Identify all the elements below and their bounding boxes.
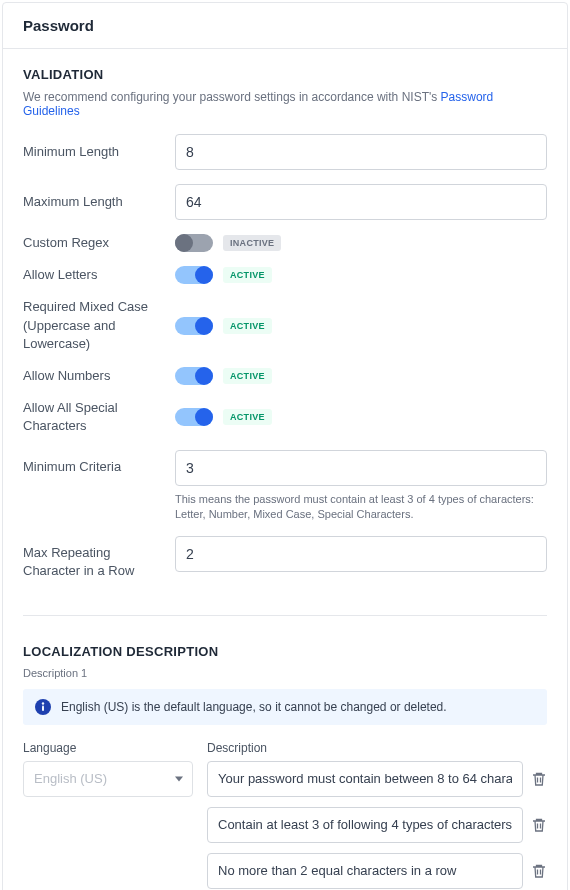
description-item bbox=[207, 761, 547, 797]
min-length-row: Minimum Length bbox=[23, 134, 547, 170]
page-title: Password bbox=[23, 17, 547, 34]
svg-point-1 bbox=[42, 702, 44, 704]
validation-hint: We recommend configuring your password s… bbox=[23, 90, 547, 118]
language-select[interactable]: English (US) bbox=[23, 761, 193, 797]
min-length-input[interactable] bbox=[175, 134, 547, 170]
localization-grid: Language English (US) Description bbox=[23, 741, 547, 890]
max-repeat-label: Max Repeating Character in a Row bbox=[23, 536, 175, 580]
info-icon bbox=[35, 699, 51, 715]
allow-special-label: Allow All Special Characters bbox=[23, 399, 175, 435]
mixed-case-label: Required Mixed Case (Uppercase and Lower… bbox=[23, 298, 175, 353]
allow-numbers-row: Allow Numbers ACTIVE bbox=[23, 367, 547, 385]
custom-regex-label: Custom Regex bbox=[23, 234, 175, 252]
max-length-row: Maximum Length bbox=[23, 184, 547, 220]
localization-section: LOCALIZATION DESCRIPTION Description 1 E… bbox=[3, 626, 567, 890]
min-criteria-hint: This means the password must contain at … bbox=[175, 492, 547, 523]
allow-letters-toggle[interactable] bbox=[175, 266, 213, 284]
description-input-3[interactable] bbox=[207, 853, 523, 889]
allow-letters-badge: ACTIVE bbox=[223, 267, 272, 283]
allow-letters-row: Allow Letters ACTIVE bbox=[23, 266, 547, 284]
min-criteria-label: Minimum Criteria bbox=[23, 450, 175, 476]
allow-special-badge: ACTIVE bbox=[223, 409, 272, 425]
description-number: Description 1 bbox=[23, 667, 547, 679]
hint-text: We recommend configuring your password s… bbox=[23, 90, 441, 104]
custom-regex-row: Custom Regex INACTIVE bbox=[23, 234, 547, 252]
description-item bbox=[207, 807, 547, 843]
description-item bbox=[207, 853, 547, 889]
allow-numbers-toggle[interactable] bbox=[175, 367, 213, 385]
mixed-case-toggle[interactable] bbox=[175, 317, 213, 335]
info-banner: English (US) is the default language, so… bbox=[23, 689, 547, 725]
localization-title: LOCALIZATION DESCRIPTION bbox=[23, 644, 547, 659]
allow-letters-label: Allow Letters bbox=[23, 266, 175, 284]
min-criteria-row: Minimum Criteria This means the password… bbox=[23, 450, 547, 523]
description-label: Description bbox=[207, 741, 547, 755]
max-length-input[interactable] bbox=[175, 184, 547, 220]
custom-regex-toggle[interactable] bbox=[175, 234, 213, 252]
mixed-case-badge: ACTIVE bbox=[223, 318, 272, 334]
section-divider bbox=[23, 615, 547, 616]
max-repeat-row: Max Repeating Character in a Row bbox=[23, 536, 547, 580]
description-column: Description + Add (3/10) bbox=[207, 741, 547, 890]
max-repeat-input[interactable] bbox=[175, 536, 547, 572]
language-label: Language bbox=[23, 741, 193, 755]
trash-icon[interactable] bbox=[531, 817, 547, 833]
description-input-1[interactable] bbox=[207, 761, 523, 797]
validation-section: VALIDATION We recommend configuring your… bbox=[3, 49, 567, 605]
allow-numbers-badge: ACTIVE bbox=[223, 368, 272, 384]
description-input-2[interactable] bbox=[207, 807, 523, 843]
allow-numbers-label: Allow Numbers bbox=[23, 367, 175, 385]
min-criteria-input[interactable] bbox=[175, 450, 547, 486]
svg-rect-2 bbox=[42, 705, 44, 711]
validation-title: VALIDATION bbox=[23, 67, 547, 82]
info-text: English (US) is the default language, so… bbox=[61, 700, 447, 714]
trash-icon[interactable] bbox=[531, 771, 547, 787]
mixed-case-row: Required Mixed Case (Uppercase and Lower… bbox=[23, 298, 547, 353]
language-column: Language English (US) bbox=[23, 741, 193, 797]
password-settings-card: Password VALIDATION We recommend configu… bbox=[2, 2, 568, 890]
card-header: Password bbox=[3, 3, 567, 49]
min-length-label: Minimum Length bbox=[23, 143, 175, 161]
allow-special-toggle[interactable] bbox=[175, 408, 213, 426]
trash-icon[interactable] bbox=[531, 863, 547, 879]
custom-regex-badge: INACTIVE bbox=[223, 235, 281, 251]
allow-special-row: Allow All Special Characters ACTIVE bbox=[23, 399, 547, 435]
max-length-label: Maximum Length bbox=[23, 193, 175, 211]
